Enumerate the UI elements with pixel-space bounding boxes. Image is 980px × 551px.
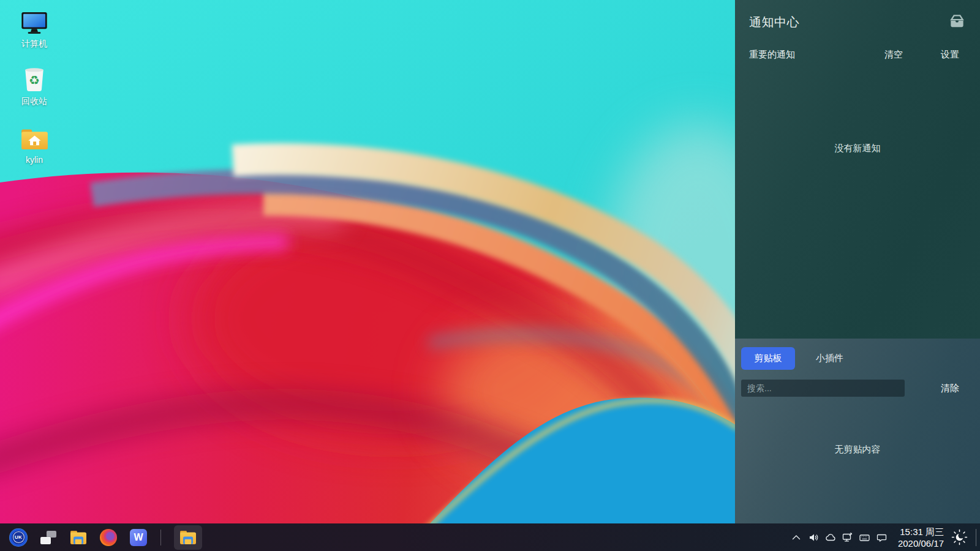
notification-center-panel: 通知中心 重要的通知 清空 设置 没有新通知 剪贴板 小插件 清除 无剪贴内容 xyxy=(735,0,980,523)
desktop-icon-computer[interactable]: 计算机 xyxy=(5,9,64,50)
home-folder-icon xyxy=(5,125,64,151)
wps-writer-icon: W xyxy=(130,529,147,546)
active-file-manager-task[interactable] xyxy=(174,525,202,550)
task-view-icon xyxy=(40,531,56,544)
firefox-button[interactable] xyxy=(99,528,118,547)
file-manager-button[interactable] xyxy=(69,528,88,547)
desktop-icon-recycle-bin[interactable]: ♻ 回收站 xyxy=(5,66,64,107)
inbox-icon[interactable] xyxy=(949,13,965,31)
no-notifications-text: 没有新通知 xyxy=(735,143,980,154)
input-method-button[interactable] xyxy=(856,529,873,546)
desktop-icon-label: 计算机 xyxy=(5,39,64,50)
wps-writer-button[interactable]: W xyxy=(129,528,148,547)
panel-title: 通知中心 xyxy=(749,14,799,31)
taskbar: UK W xyxy=(0,523,980,551)
ukui-logo-icon: UK xyxy=(9,528,28,547)
messages-button[interactable] xyxy=(873,529,891,546)
night-mode-icon xyxy=(951,529,968,545)
show-desktop-strip[interactable] xyxy=(976,529,976,546)
no-clipboard-text: 无剪贴内容 xyxy=(735,444,980,455)
tray-expand-button[interactable] xyxy=(788,529,805,546)
cloud-icon xyxy=(824,532,836,543)
important-notifications-label: 重要的通知 xyxy=(749,49,795,61)
notification-section: 通知中心 重要的通知 清空 设置 没有新通知 xyxy=(735,0,980,339)
night-mode-button[interactable] xyxy=(950,528,968,547)
file-manager-icon xyxy=(179,530,197,545)
cloud-sync-button[interactable] xyxy=(822,529,839,546)
volume-button[interactable] xyxy=(805,529,822,546)
desktop-icon-label: kylin xyxy=(5,155,64,165)
firefox-icon xyxy=(100,529,117,546)
tab-widgets[interactable]: 小插件 xyxy=(816,353,843,364)
taskbar-clock[interactable]: 15:31 周三 2020/06/17 xyxy=(898,526,944,549)
taskbar-separator xyxy=(160,530,161,545)
file-manager-icon xyxy=(70,530,87,545)
clipboard-search-input[interactable] xyxy=(741,380,905,397)
desktop-icon-label: 回收站 xyxy=(5,96,64,107)
keyboard-icon xyxy=(859,532,870,543)
start-menu-button[interactable]: UK xyxy=(9,528,28,547)
chevron-up-icon xyxy=(791,532,802,543)
clipboard-section: 剪贴板 小插件 清除 无剪贴内容 xyxy=(735,339,980,523)
clipboard-clear-button[interactable]: 清除 xyxy=(941,383,959,394)
notifications-settings-button[interactable]: 设置 xyxy=(941,49,959,61)
tab-clipboard[interactable]: 剪贴板 xyxy=(741,347,795,370)
display-pen-icon xyxy=(842,531,853,543)
computer-icon xyxy=(5,9,64,34)
task-view-button[interactable] xyxy=(39,528,58,547)
desktop-icon-kylin-home[interactable]: kylin xyxy=(5,125,64,165)
svg-text:♻: ♻ xyxy=(29,73,40,88)
message-bubble-icon xyxy=(876,532,888,543)
display-settings-button[interactable] xyxy=(839,529,856,546)
notifications-clear-button[interactable]: 清空 xyxy=(884,49,903,61)
volume-icon xyxy=(808,532,819,543)
recycle-bin-icon: ♻ xyxy=(5,66,64,92)
